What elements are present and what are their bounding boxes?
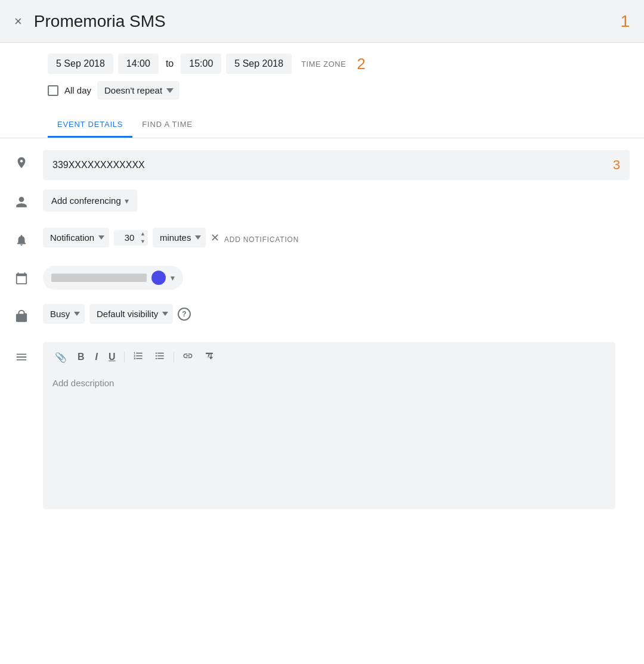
allday-label: All day: [64, 85, 91, 95]
timezone-button[interactable]: TIME ZONE: [301, 60, 346, 69]
close-button[interactable]: ×: [14, 15, 22, 28]
calendar-color-dot: [151, 271, 166, 285]
status-field-content: Busy Default visibility ?: [43, 304, 630, 324]
spin-up-button[interactable]: ▲: [140, 230, 145, 238]
start-time-button[interactable]: 14:00: [118, 54, 159, 74]
header: × Promemoria SMS 1: [0, 0, 644, 43]
visibility-dropdown[interactable]: Default visibility: [89, 304, 173, 324]
status-row: Busy Default visibility ?: [0, 304, 630, 333]
link-button[interactable]: [180, 349, 196, 365]
description-placeholder: Add description: [52, 378, 606, 388]
datetime-row: 5 Sep 2018 14:00 to 15:00 5 Sep 2018 TIM…: [48, 54, 630, 74]
repeat-dropdown[interactable]: Doesn't repeat: [97, 81, 179, 100]
description-editor[interactable]: 📎 B I U Add description: [43, 342, 615, 509]
italic-button[interactable]: I: [93, 350, 100, 364]
conferencing-row: Add conferencing ▾: [0, 190, 630, 218]
notification-number-wrap: 30 ▲ ▼: [114, 230, 148, 246]
lines-icon: [0, 342, 43, 364]
event-title: Promemoria SMS: [34, 12, 621, 31]
add-conferencing-button[interactable]: Add conferencing ▾: [43, 190, 137, 212]
description-row: 📎 B I U Add description: [0, 342, 630, 509]
spin-down-button[interactable]: ▼: [140, 238, 145, 246]
attachment-button[interactable]: 📎: [52, 350, 69, 364]
calendar-text-placeholder: [51, 274, 147, 282]
location-icon: [0, 150, 43, 169]
unordered-list-button[interactable]: [152, 349, 168, 365]
step-number-2: 2: [357, 55, 365, 73]
allday-checkbox[interactable]: [48, 85, 58, 96]
end-time-button[interactable]: 15:00: [181, 54, 221, 74]
notification-field-content: Notification 30 ▲ ▼ minutes ✕ ADD NOTIFI…: [43, 228, 630, 247]
calendar-chevron-icon: ▾: [171, 273, 175, 283]
notification-type-dropdown[interactable]: Notification: [43, 228, 109, 247]
start-date-button[interactable]: 5 Sep 2018: [48, 54, 113, 74]
end-date-button[interactable]: 5 Sep 2018: [226, 54, 292, 74]
help-icon[interactable]: ?: [178, 308, 191, 321]
step-number-1: 1: [620, 12, 630, 31]
person-icon: [0, 190, 43, 209]
calendar-selector-button[interactable]: ▾: [43, 266, 183, 290]
notification-unit-dropdown[interactable]: minutes: [153, 228, 206, 247]
ordered-list-button[interactable]: [131, 349, 146, 365]
bold-button[interactable]: B: [75, 350, 87, 364]
conferencing-field-content: Add conferencing ▾: [43, 190, 630, 212]
add-notification-button[interactable]: ADD NOTIFICATION: [224, 233, 299, 246]
conferencing-chevron-icon: ▾: [125, 196, 129, 206]
notification-spinner: ▲ ▼: [140, 230, 145, 246]
allday-row: All day Doesn't repeat: [48, 81, 630, 100]
calendar-icon: [0, 266, 43, 285]
to-label: to: [163, 58, 176, 69]
calendar-row: ▾: [0, 266, 630, 294]
location-field-content: 339XXXXXXXXXXXX 3: [43, 150, 630, 180]
toolbar-divider-1: [124, 352, 125, 362]
toolbar-divider-2: [174, 352, 174, 362]
notification-row: Notification 30 ▲ ▼ minutes ✕ ADD NOTIFI…: [0, 228, 630, 256]
location-row: 339XXXXXXXXXXXX 3: [0, 150, 630, 180]
tab-find-time[interactable]: FIND A TIME: [132, 111, 202, 138]
remove-format-button[interactable]: [202, 349, 217, 365]
underline-button[interactable]: U: [106, 350, 118, 364]
briefcase-icon: [0, 304, 43, 323]
tabs-section: EVENT DETAILS FIND A TIME: [0, 111, 644, 138]
description-toolbar: 📎 B I U: [52, 349, 606, 370]
main-content: 339XXXXXXXXXXXX 3 Add conferencing ▾: [0, 138, 644, 530]
bell-icon: [0, 228, 43, 247]
datetime-section: 5 Sep 2018 14:00 to 15:00 5 Sep 2018 TIM…: [0, 43, 644, 106]
location-step-number: 3: [613, 157, 620, 173]
location-input[interactable]: 339XXXXXXXXXXXX 3: [43, 150, 630, 180]
notification-number-input[interactable]: 30: [119, 232, 140, 243]
remove-notification-button[interactable]: ✕: [210, 231, 219, 244]
calendar-field-content: ▾: [43, 266, 630, 290]
tab-event-details[interactable]: EVENT DETAILS: [48, 111, 132, 138]
location-value: 339XXXXXXXXXXXX: [52, 160, 145, 170]
conferencing-label: Add conferencing: [51, 196, 121, 206]
busy-status-dropdown[interactable]: Busy: [43, 304, 85, 324]
